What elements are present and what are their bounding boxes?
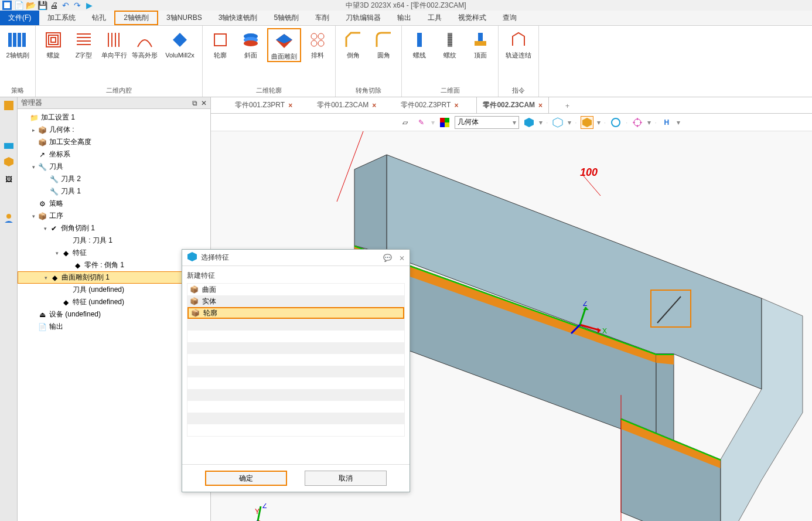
ribbon-slope[interactable]: 斜面 [237,28,265,60]
close-icon[interactable]: × [372,101,376,110]
open-icon[interactable]: 📂 [26,1,35,10]
dialog-help-icon[interactable]: 💬 [383,254,392,262]
strip-image-icon[interactable]: 🖼 [2,172,16,186]
twisty-icon[interactable]: ▾ [53,250,61,256]
vt-box-wire-icon[interactable] [551,116,564,129]
dlg-item-solid[interactable]: 📦实体 [187,295,404,307]
cancel-button[interactable]: 取消 [305,471,387,486]
ribbon-contourh[interactable]: 等高外形 [131,28,159,60]
list-item [187,331,404,342]
list-item [187,377,404,389]
tree-node[interactable]: ↗坐标系 [18,148,210,161]
ribbon-spiral[interactable]: 螺旋 [39,28,67,60]
ribbon-topface[interactable]: 顶面 [466,28,494,60]
tree-node[interactable]: ▾✔倒角切削 1 [18,222,210,234]
doc-tab-2[interactable]: 零件001.Z3CAM× [311,97,383,113]
close-icon[interactable]: × [538,101,543,110]
ribbon-volumill[interactable]: VoluMill2x [161,28,199,60]
twisty-icon[interactable]: ▾ [41,226,49,231]
tree-node[interactable]: ▾📦工序 [18,210,210,222]
doc-tab-3[interactable]: 零件002.Z3PRT× [394,97,465,113]
node-icon: 📁 [29,113,39,122]
doc-tab-add[interactable]: + [561,99,574,113]
doc-tab-1[interactable]: 零件001.Z3PRT× [228,97,299,113]
menu-tools[interactable]: 工具 [419,11,450,25]
tree-node[interactable]: 刀具 : 刀具 1 [18,234,210,247]
view-toolbar: ▱ ✎ ▾ 几何体▾ ▾ · ▾ · ▾ · · ▾ · H▾ [211,114,812,131]
strip-part-icon[interactable] [2,137,16,151]
contourh-icon [133,29,156,50]
strip-user-icon[interactable] [2,211,16,225]
close-icon[interactable]: × [288,101,292,110]
manager-close-icon[interactable]: ✕ [201,99,207,107]
dialog-titlebar[interactable]: 选择特征 💬 ⨯ [182,250,410,266]
strip-assembly-icon[interactable] [2,98,16,113]
ok-button[interactable]: 确定 [205,471,287,486]
vt-wand-icon[interactable]: ✎ [415,116,428,129]
ribbon-oneway[interactable]: 单向平行 [100,28,128,60]
tree-node[interactable]: 🔧刀具 1 [18,185,210,197]
menu-visual[interactable]: 视觉样式 [450,11,494,25]
svg-point-12 [311,33,317,39]
spiral-icon [42,29,65,50]
vt-h-icon[interactable]: H [660,116,673,129]
strip-cube-icon[interactable] [2,155,16,169]
manager-header: 管理器 ⧉ ✕ [18,97,210,109]
tree-node[interactable]: ▾🔧刀具 [18,161,210,173]
vt-target-icon[interactable] [631,116,644,129]
menu-lathe[interactable]: 车削 [307,11,337,25]
menu-2axis[interactable]: 2轴铣削 [114,11,158,25]
vt-box-blue-icon[interactable] [523,116,535,129]
dlg-item-contour[interactable]: 📦轮廓 [187,307,404,319]
tree-node[interactable]: ▸📦几何体 : [18,124,210,136]
tree-node[interactable]: 📁加工设置 1 [18,111,210,124]
vt-box-gold-icon[interactable] [581,116,593,129]
twisty-icon[interactable]: ▾ [29,213,37,219]
menu-output[interactable]: 输出 [389,11,419,25]
vt-circle-icon[interactable] [609,116,622,129]
ribbon-zig[interactable]: Z字型 [70,28,98,60]
manager-undock-icon[interactable]: ⧉ [192,99,197,107]
save-icon[interactable]: 💾 [37,1,47,10]
ribbon-group-2dcontour: 轮廓 斜面 曲面雕刻 排料 二维轮廓 [203,26,336,97]
ribbon-nest[interactable]: 排料 [303,28,332,60]
node-icon: ◆ [61,248,70,258]
redo-icon[interactable]: ↷ [73,1,82,10]
menu-drill[interactable]: 钻孔 [84,11,114,25]
dialog-list: 📦曲面 📦实体 📦轮廓 [187,283,405,437]
ribbon-surfcarve[interactable]: 曲面雕刻 [267,28,301,62]
ribbon-helix[interactable]: 螺线 [405,28,434,60]
menu-3nurbs[interactable]: 3轴NURBS [158,11,210,25]
vt-filter-icon[interactable]: ▱ [398,116,411,129]
ribbon-thread[interactable]: 螺纹 [436,28,464,60]
ribbon-contour[interactable]: 轮廓 [206,28,234,60]
menu-system[interactable]: 加工系统 [39,11,84,25]
play-icon[interactable]: ▶ [84,1,94,10]
ribbon-2axis-mill[interactable]: 2轴铣削 [4,28,32,60]
ribbon-chamfer[interactable]: 倒角 [339,28,367,60]
node-icon: 📦 [37,138,47,147]
close-icon[interactable]: × [454,101,458,110]
doc-tab-4[interactable]: 零件002.Z3CAM× [476,97,549,113]
dialog-close-icon[interactable]: ⨯ [399,254,405,262]
new-icon[interactable]: 📄 [14,1,23,10]
coord-gizmo-center[interactable]: XZ [568,301,609,338]
tree-node[interactable]: 📦加工安全高度 [18,136,210,148]
print-icon[interactable]: 🖨 [49,1,59,10]
twisty-icon[interactable]: ▸ [29,127,37,133]
menu-file[interactable]: 文件(F) [0,11,39,25]
dlg-item-surface[interactable]: 📦曲面 [187,284,404,295]
menu-5axis[interactable]: 5轴铣削 [265,11,307,25]
menu-patheditor[interactable]: 刀轨编辑器 [337,11,389,25]
twisty-icon[interactable]: ▾ [42,275,50,281]
menu-3fast[interactable]: 3轴快速铣削 [210,11,266,25]
undo-icon[interactable]: ↶ [61,1,70,10]
ribbon-fillet[interactable]: 圆角 [370,28,398,60]
ribbon-pathlink[interactable]: 轨迹连结 [502,28,535,60]
vt-combo[interactable]: 几何体▾ [455,116,519,129]
menu-query[interactable]: 查询 [494,11,525,25]
tree-node[interactable]: 🔧刀具 2 [18,173,210,185]
twisty-icon[interactable]: ▾ [29,164,37,170]
vt-palette-icon[interactable] [438,116,451,129]
tree-node[interactable]: ⚙策略 [18,197,210,210]
